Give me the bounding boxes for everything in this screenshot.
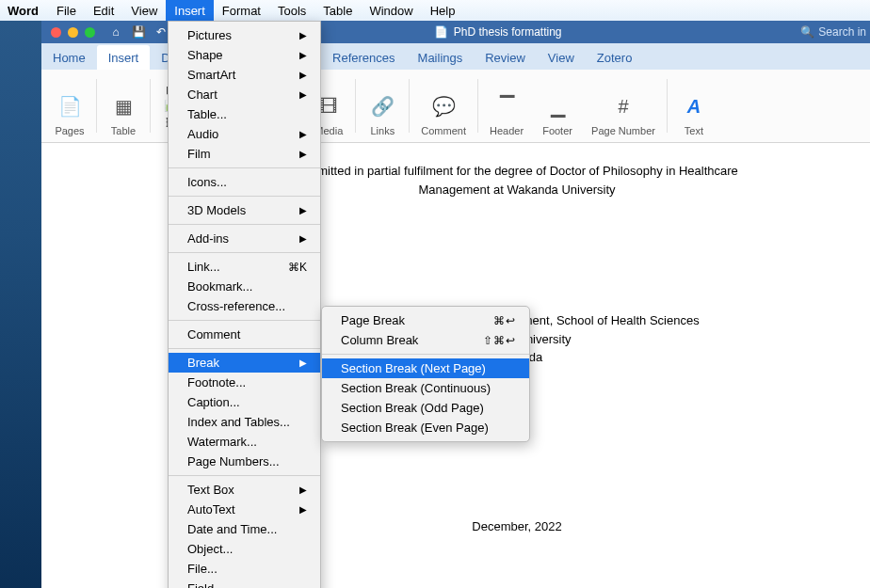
insert-menu-film[interactable]: Film▶ bbox=[169, 144, 320, 164]
close-icon[interactable] bbox=[51, 27, 61, 38]
header-icon: ▔ bbox=[491, 91, 522, 121]
insert-menu-watermark[interactable]: Watermark... bbox=[169, 432, 320, 452]
tab-home[interactable]: Home bbox=[41, 45, 97, 70]
insert-menu-footnote[interactable]: Footnote... bbox=[169, 373, 320, 392]
doc-line2: Management at Wakanda University bbox=[418, 183, 615, 197]
minimize-icon[interactable] bbox=[68, 27, 78, 38]
macmenu-window[interactable]: Window bbox=[361, 0, 421, 21]
chevron-right-icon: ▶ bbox=[299, 233, 307, 244]
insert-menu-field[interactable]: Field... bbox=[169, 579, 320, 588]
pagenum-icon: # bbox=[608, 91, 638, 121]
chevron-right-icon: ▶ bbox=[299, 485, 307, 495]
mac-menubar: Word FileEditViewInsertFormatToolsTableW… bbox=[0, 0, 870, 21]
footer-icon: ▁ bbox=[542, 91, 572, 121]
insert-menu-3d-models[interactable]: 3D Models▶ bbox=[169, 200, 320, 220]
chevron-right-icon: ▶ bbox=[299, 205, 307, 215]
tab-review[interactable]: Review bbox=[474, 45, 537, 70]
break-submenu-page-break[interactable]: Page Break⌘↩ bbox=[322, 310, 529, 330]
search-icon: 🔍 bbox=[800, 25, 814, 39]
ribbon-header[interactable]: ▔Header bbox=[482, 73, 531, 138]
chevron-right-icon: ▶ bbox=[299, 149, 307, 159]
macmenu-table[interactable]: Table bbox=[314, 0, 361, 21]
chevron-right-icon: ▶ bbox=[299, 358, 307, 368]
ribbon-footer[interactable]: ▁Footer bbox=[535, 73, 580, 138]
insert-menu-shape[interactable]: Shape▶ bbox=[169, 45, 320, 65]
text-icon: A bbox=[679, 91, 709, 121]
doc-icon: 📄 bbox=[434, 25, 448, 39]
save-icon[interactable]: 💾 bbox=[127, 25, 150, 39]
tab-view[interactable]: View bbox=[537, 45, 586, 70]
search-placeholder: Search in bbox=[818, 25, 866, 39]
insert-menu-chart[interactable]: Chart▶ bbox=[169, 85, 320, 104]
chevron-right-icon: ▶ bbox=[299, 50, 307, 60]
insert-menu-link[interactable]: Link...⌘K bbox=[169, 257, 320, 277]
pages-icon: 📄 bbox=[55, 91, 85, 121]
insert-menu-date-and-time[interactable]: Date and Time... bbox=[169, 519, 320, 539]
macmenu-help[interactable]: Help bbox=[422, 0, 464, 21]
ribbon-text[interactable]: AText bbox=[671, 73, 717, 138]
break-submenu-column-break[interactable]: Column Break⇧⌘↩ bbox=[322, 330, 529, 350]
macmenu-tools[interactable]: Tools bbox=[269, 0, 314, 21]
insert-menu-smartart[interactable]: SmartArt▶ bbox=[169, 65, 320, 85]
insert-menu-object[interactable]: Object... bbox=[169, 539, 320, 559]
comment-icon: 💬 bbox=[428, 91, 459, 121]
titlebar: ⌂ 💾 ↶ ↷ 📄 PhD thesis formatting 🔍 Search… bbox=[41, 21, 870, 43]
app-name: Word bbox=[8, 4, 39, 18]
ribbon-table-label: Table bbox=[111, 125, 136, 136]
break-submenu[interactable]: Page Break⌘↩Column Break⇧⌘↩Section Break… bbox=[321, 306, 530, 442]
insert-menu-file[interactable]: File... bbox=[169, 559, 320, 579]
insert-menu-bookmark[interactable]: Bookmark... bbox=[169, 277, 320, 296]
chevron-right-icon: ▶ bbox=[299, 70, 307, 80]
links-icon: 🔗 bbox=[367, 91, 397, 121]
insert-menu-autotext[interactable]: AutoText▶ bbox=[169, 500, 320, 519]
tab-insert[interactable]: Insert bbox=[97, 45, 151, 70]
insert-menu-index-and-tables[interactable]: Index and Tables... bbox=[169, 412, 320, 432]
table-icon: ▦ bbox=[108, 91, 138, 121]
chevron-right-icon: ▶ bbox=[299, 30, 307, 40]
chevron-right-icon: ▶ bbox=[299, 129, 307, 139]
insert-menu-cross-reference[interactable]: Cross-reference... bbox=[169, 296, 320, 316]
macmenu-insert[interactable]: Insert bbox=[166, 0, 214, 21]
home-icon[interactable]: ⌂ bbox=[105, 25, 127, 39]
doc-line1: Submitted in partial fulfilment for the … bbox=[296, 164, 738, 178]
word-window: ⌂ 💾 ↶ ↷ 📄 PhD thesis formatting 🔍 Search… bbox=[41, 21, 870, 588]
ribbon-comment[interactable]: 💬Comment bbox=[413, 73, 474, 138]
insert-menu-pictures[interactable]: Pictures▶ bbox=[169, 25, 320, 45]
ribbon-links[interactable]: 🔗Links bbox=[360, 73, 405, 138]
break-submenu-section-break-next-page[interactable]: Section Break (Next Page) bbox=[322, 358, 529, 378]
insert-menu-page-numbers[interactable]: Page Numbers... bbox=[169, 452, 320, 471]
insert-menu-add-ins[interactable]: Add-ins▶ bbox=[169, 229, 320, 248]
insert-menu-audio[interactable]: Audio▶ bbox=[169, 124, 320, 144]
tab-references[interactable]: References bbox=[321, 45, 406, 70]
ribbon-table[interactable]: ▦Table bbox=[101, 73, 146, 138]
break-submenu-section-break-even-page[interactable]: Section Break (Even Page) bbox=[322, 418, 529, 437]
insert-menu[interactable]: Pictures▶Shape▶SmartArt▶Chart▶Table...Au… bbox=[168, 21, 321, 588]
window-title: PhD thesis formatting bbox=[454, 25, 562, 39]
ribbon-page-number[interactable]: #Page Number bbox=[584, 73, 663, 138]
macmenu-file[interactable]: File bbox=[48, 0, 85, 21]
insert-menu-text-box[interactable]: Text Box▶ bbox=[169, 480, 320, 500]
zoom-icon[interactable] bbox=[85, 27, 95, 38]
insert-menu-break[interactable]: Break▶ bbox=[169, 353, 320, 373]
macmenu-view[interactable]: View bbox=[122, 0, 166, 21]
chevron-right-icon: ▶ bbox=[299, 89, 307, 100]
insert-menu-comment[interactable]: Comment bbox=[169, 325, 320, 344]
tab-zotero[interactable]: Zotero bbox=[586, 45, 644, 70]
insert-menu-caption[interactable]: Caption... bbox=[169, 392, 320, 412]
break-submenu-section-break-continuous[interactable]: Section Break (Continuous) bbox=[322, 378, 529, 398]
chevron-right-icon: ▶ bbox=[299, 504, 307, 515]
macmenu-format[interactable]: Format bbox=[214, 0, 269, 21]
traffic-lights[interactable] bbox=[41, 27, 105, 38]
tab-mailings[interactable]: Mailings bbox=[407, 45, 475, 70]
break-submenu-section-break-odd-page[interactable]: Section Break (Odd Page) bbox=[322, 398, 529, 418]
insert-menu-icons[interactable]: Icons... bbox=[169, 172, 320, 192]
insert-menu-table[interactable]: Table... bbox=[169, 104, 320, 124]
ribbon-pages[interactable]: 📄Pages bbox=[47, 73, 92, 138]
ribbon-pages-label: Pages bbox=[55, 125, 84, 136]
macmenu-edit[interactable]: Edit bbox=[85, 0, 122, 21]
search-box[interactable]: 🔍 Search in bbox=[800, 25, 870, 39]
ribbon-tabs: HomeInsertDrawDesignLayoutReferencesMail… bbox=[41, 43, 870, 70]
ribbon: 📄Pages ▦Table ◧SmartArt ▾ 📊Chart ▾ 🖼Scre… bbox=[41, 70, 870, 143]
